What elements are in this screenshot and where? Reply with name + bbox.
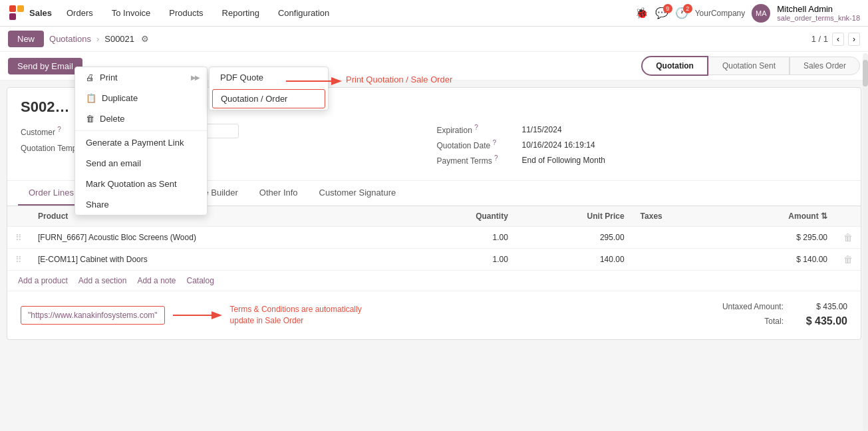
dropdown-delete-label: Delete [100, 114, 125, 124]
dropdown-item-send-email[interactable]: Send an email [75, 153, 207, 174]
svg-rect-0 [9, 5, 16, 12]
dropdown-mark-sent-label: Mark Quotation as Sent [86, 179, 177, 189]
taxes-1[interactable] [633, 227, 716, 249]
pipeline-step-sales-order[interactable]: Sales Order [790, 57, 860, 75]
amount-1: $ 295.00 [715, 227, 835, 249]
expiration-label: Expiration ? [437, 124, 517, 135]
dropdown-item-payment-link[interactable]: Generate a Payment Link [75, 132, 207, 153]
submenu-item-pdf-quote[interactable]: PDF Quote [210, 67, 328, 88]
breadcrumb-record-id: S00021 [104, 34, 134, 44]
new-button[interactable]: New [8, 31, 44, 47]
product-name-1[interactable]: [FURN_6667] Acoustic Bloc Screens (Wood) [30, 227, 410, 249]
add-note-link[interactable]: Add a note [137, 276, 176, 285]
user-avatar[interactable]: MA [752, 4, 770, 23]
app-name-label[interactable]: Sales [29, 8, 52, 18]
order-lines-content: Product Quantity Unit Price Taxes Amount… [7, 206, 861, 291]
dropdown-print-label: Print [100, 72, 118, 82]
add-links-bar: Add a product Add a section Add a note C… [7, 271, 861, 291]
dropdown-item-duplicate[interactable]: 📋 Duplicate [75, 88, 207, 108]
untaxed-value: $ 435.00 [794, 302, 847, 311]
user-name: Mitchell Admin [777, 4, 860, 14]
col-amount: Amount ⇅ [715, 206, 835, 227]
send-by-email-button[interactable]: Send by Email [8, 58, 82, 74]
delete-row-1-button[interactable]: 🗑 [843, 232, 853, 243]
quotation-date-value: 10/16/2024 16:19:14 [522, 140, 595, 150]
col-drag [7, 206, 30, 227]
action-dropdown-menu: 🖨 Print ▶ 📋 Duplicate 🗑 Delete Generate … [74, 67, 208, 216]
pager: 1 / 1 ‹ › [811, 33, 860, 46]
pipeline-step-quotation[interactable]: Quotation [641, 56, 708, 76]
nav-reporting[interactable]: Reporting [218, 5, 263, 21]
product-name-2[interactable]: [E-COM11] Cabinet with Doors [30, 249, 410, 271]
nav-to-invoice[interactable]: To Invoice [108, 5, 155, 21]
quantity-1[interactable]: 1.00 [410, 227, 516, 249]
col-unit-price: Unit Price [516, 206, 633, 227]
scrollbar-thumb[interactable] [863, 60, 868, 86]
svg-rect-1 [17, 5, 24, 12]
nav-products[interactable]: Products [165, 5, 207, 21]
drag-handle-1[interactable]: ⠿ [15, 233, 22, 243]
pager-next-button[interactable]: › [848, 33, 860, 46]
tab-other-info[interactable]: Other Info [249, 181, 309, 206]
pager-prev-button[interactable]: ‹ [832, 33, 844, 46]
print-submenu: PDF Quote Quotation / Order [209, 67, 329, 110]
col-quantity: Quantity [410, 206, 516, 227]
expiration-value: 11/15/2024 [522, 125, 562, 134]
dropdown-payment-link-label: Generate a Payment Link [86, 138, 184, 148]
breadcrumb-parent[interactable]: Quotations [49, 34, 91, 44]
order-table: Product Quantity Unit Price Taxes Amount… [7, 206, 861, 271]
dropdown-item-mark-sent[interactable]: Mark Quotation as Sent [75, 174, 207, 194]
submenu-item-quotation-order[interactable]: Quotation / Order [212, 89, 325, 108]
add-section-link[interactable]: Add a section [78, 276, 127, 285]
scrollbar[interactable] [863, 53, 868, 347]
messages-icon[interactable]: 💬 9 [655, 7, 668, 19]
notifications-icon[interactable]: 🐞 [635, 7, 649, 19]
dropdown-send-email-label: Send an email [86, 158, 141, 168]
app-logo[interactable]: Sales [8, 4, 52, 23]
unit-price-2[interactable]: 140.00 [516, 249, 633, 271]
user-subtitle: sale_order_terms_knk-18 [777, 14, 860, 22]
drag-handle-2[interactable]: ⠿ [15, 255, 22, 265]
tab-customer-signature[interactable]: Customer Signature [309, 181, 407, 206]
terms-annotation: Terms & Conditions are automaticallyupda… [173, 302, 362, 329]
total-label: Total: [764, 317, 784, 326]
quantity-2[interactable]: 1.00 [410, 249, 516, 271]
nav-configuration[interactable]: Configuration [274, 5, 333, 21]
settings-gear-icon[interactable]: ⚙ [141, 34, 149, 44]
pipeline-step-quotation-sent[interactable]: Quotation Sent [708, 57, 790, 75]
nav-orders[interactable]: Orders [63, 5, 97, 21]
catalog-link[interactable]: Catalog [187, 276, 214, 285]
totals-section: Untaxed Amount: $ 435.00 Total: $ 435.00 [722, 302, 847, 327]
unit-price-1[interactable]: 295.00 [516, 227, 633, 249]
col-taxes: Taxes [633, 206, 716, 227]
breadcrumb-row: New Quotations › S00021 ⚙ 1 / 1 ‹ › [0, 27, 868, 52]
terms-url-box: "https://www.kanakinfosystems.com" [21, 306, 165, 325]
delete-icon: 🗑 [86, 114, 94, 124]
pipeline: Quotation Quotation Sent Sales Order [641, 56, 860, 76]
activities-icon[interactable]: 🕐 2 [675, 7, 688, 19]
payment-terms-label: Payment Terms ? [437, 154, 517, 166]
user-info: Mitchell Admin sale_order_terms_knk-18 [777, 4, 860, 22]
dropdown-item-print[interactable]: 🖨 Print ▶ [75, 67, 207, 88]
quotation-date-label: Quotation Date ? [437, 139, 517, 150]
total-value: $ 435.00 [794, 315, 847, 327]
dropdown-divider [75, 130, 207, 131]
activities-badge: 2 [683, 4, 692, 13]
add-product-link[interactable]: Add a product [18, 276, 68, 285]
payment-terms-value: End of Following Month [522, 156, 605, 165]
taxes-2[interactable] [633, 249, 716, 271]
dropdown-share-label: Share [86, 200, 109, 210]
print-icon: 🖨 [86, 72, 94, 82]
table-row: ⠿ [FURN_6667] Acoustic Bloc Screens (Woo… [7, 227, 861, 249]
delete-row-2-button[interactable]: 🗑 [843, 254, 853, 265]
terms-section: "https://www.kanakinfosystems.com" Terms… [21, 302, 362, 329]
submenu-arrow-icon: ▶ [191, 74, 196, 81]
svg-rect-2 [9, 13, 16, 20]
dropdown-duplicate-label: Duplicate [102, 93, 138, 103]
dropdown-item-share[interactable]: Share [75, 194, 207, 215]
pager-count: 1 / 1 [811, 34, 828, 44]
col-actions [835, 206, 861, 227]
breadcrumb-separator: › [96, 34, 99, 44]
dropdown-item-delete[interactable]: 🗑 Delete [75, 108, 207, 129]
amount-2: $ 140.00 [715, 249, 835, 271]
